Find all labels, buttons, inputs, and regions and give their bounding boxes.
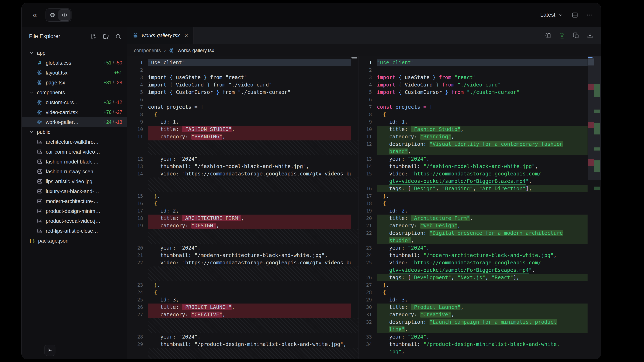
tree-folder-public[interactable]: public xyxy=(22,127,127,137)
split-view-button[interactable] xyxy=(545,32,551,39)
version-selector[interactable]: Latest xyxy=(540,12,563,18)
code-row: 32 description: "Launch campaign for a m… xyxy=(359,318,601,326)
code-line: { xyxy=(377,289,588,296)
code-row: 13 thumbnail: "/fashion-model-black-and-… xyxy=(127,163,358,170)
diff-spacer xyxy=(148,229,358,244)
code-row: 34 thumbnail: "/product-design-minimalis… xyxy=(359,341,601,348)
code-row: 21 category: "Web Design", xyxy=(359,222,601,229)
diff-view-button[interactable] xyxy=(559,32,565,39)
line-number: 28 xyxy=(127,333,148,341)
code-row: 33 year: "2024", xyxy=(359,333,601,341)
code-line: brand", xyxy=(377,148,588,155)
file-label: video-card.tsx xyxy=(46,109,78,115)
breadcrumb-separator-icon: › xyxy=(164,47,166,53)
diff-spacer xyxy=(148,140,358,155)
chevron-down-icon xyxy=(29,90,34,95)
tree-file-works-galler[interactable]: works-galler…+24/-13 xyxy=(22,117,127,127)
code-line: import { CustomCursor } from "./custom-c… xyxy=(377,88,588,96)
code-line: }, xyxy=(148,192,351,200)
tree-file-fashion-runway-scen[interactable]: fashion-runway-scen… xyxy=(31,167,127,176)
file-label: fashion-model-black-… xyxy=(46,159,99,165)
tree-file-package.json[interactable]: { }package.json xyxy=(22,236,127,246)
code-line: year: "2024", xyxy=(377,155,588,163)
tree-file-product-reveal-video.j[interactable]: product-reveal-video.j… xyxy=(31,216,127,226)
collapse-sidebar-button[interactable] xyxy=(44,345,56,356)
code-row: 12 year: "2024", xyxy=(127,155,358,163)
new-folder-button[interactable] xyxy=(103,33,109,39)
collapse-panel-button[interactable]: « xyxy=(29,9,40,21)
diff-overview-ruler[interactable] xyxy=(588,56,601,359)
code-row: 14 thumbnail: "/fashion-model-black-and-… xyxy=(359,163,601,170)
tree-file-luxury-car-black-and-[interactable]: luxury-car-black-and-… xyxy=(31,186,127,196)
code-line: gtv-videos-bucket/sample/ForBiggerEscape… xyxy=(377,267,588,274)
line-number: 18 xyxy=(127,215,148,222)
code-line: line", xyxy=(377,326,588,333)
code-line: }, xyxy=(377,281,588,289)
code-row: gtv-videos-bucket/sample/ForBiggerBlazes… xyxy=(359,177,601,185)
search-files-button[interactable] xyxy=(115,33,121,39)
code-row: 8 { xyxy=(359,111,601,118)
code-line: description: "Launch campaign for a mini… xyxy=(377,318,588,326)
line-number: 23 xyxy=(127,281,148,289)
code-line: studio", xyxy=(377,237,588,244)
download-button[interactable] xyxy=(587,32,593,39)
line-number: 25 xyxy=(359,259,377,267)
tree-file-globals.css[interactable]: #globals.css+51/-50 xyxy=(31,58,127,68)
new-file-button[interactable] xyxy=(90,33,96,39)
code-line: title: "Architecture Firm", xyxy=(377,215,588,222)
ruler-mark-add xyxy=(594,109,600,113)
file-label: architecture-walkthro… xyxy=(46,139,99,145)
code-row: 4import { VideoCard } from "./video-card… xyxy=(127,81,358,88)
tab-close-button[interactable]: × xyxy=(184,32,188,39)
diff-pane-new: 1"use client"23import { useState } from … xyxy=(359,56,601,359)
code-row: 15 }, xyxy=(127,192,358,200)
code-row: 14 video: "https://commondatastorage.goo… xyxy=(127,170,358,177)
file-label: custom-curs… xyxy=(46,99,79,105)
line-number: 16 xyxy=(359,185,377,192)
line-number: 14 xyxy=(127,170,148,177)
tree-file-product-design-minim[interactable]: product-design-minim… xyxy=(31,206,127,216)
file-label: fashion-runway-scen… xyxy=(46,169,98,175)
tree-file-page.tsx[interactable]: page.tsx+81/-28 xyxy=(31,78,127,87)
tree-file-architecture-walkthro[interactable]: architecture-walkthro… xyxy=(31,137,127,147)
tree-file-car-commercial-video[interactable]: car-commercial-video… xyxy=(31,147,127,157)
line-number: 7 xyxy=(359,103,377,111)
tree-folder-app[interactable]: app xyxy=(22,48,127,58)
tab-works-gallery[interactable]: works-gallery.tsx × xyxy=(127,27,194,44)
tree-file-custom-curs[interactable]: custom-curs…+33/-12 xyxy=(31,97,127,107)
line-number: 5 xyxy=(127,88,148,96)
tree-file-fashion-model-black-[interactable]: fashion-model-black-… xyxy=(31,157,127,167)
code-row: 20 title: "Architecture Firm", xyxy=(359,215,601,222)
code-line: import { useState } from "react" xyxy=(377,74,588,81)
code-line: video: "https://commondatastorage.google… xyxy=(148,259,351,267)
tree-file-red-lips-artistic-close[interactable]: red-lips-artistic-close… xyxy=(31,226,127,236)
tree-file-video-card.tsx[interactable]: video-card.tsx+76/-27 xyxy=(31,107,127,117)
code-row: 9 id: 1, xyxy=(359,118,601,126)
line-number: 9 xyxy=(127,118,148,126)
tree-folder-components[interactable]: components xyxy=(22,87,127,97)
code-row: 20 year: "2024", xyxy=(127,244,358,252)
code-line: { xyxy=(148,200,351,207)
line-number xyxy=(359,177,377,185)
tree-file-layout.tsx[interactable]: layout.tsx+51 xyxy=(31,68,127,78)
code-line: id: 2, xyxy=(148,207,351,215)
bottom-panel-button[interactable] xyxy=(572,12,578,18)
line-number: 22 xyxy=(359,229,377,237)
more-options-button[interactable] xyxy=(586,11,593,18)
code-line: }, xyxy=(377,192,588,200)
code-row: 10 title: "FASHION STUDIO", xyxy=(127,126,358,133)
preview-eye-toggle[interactable] xyxy=(46,9,58,20)
tree-file-lips-artistic-video.jpg[interactable]: lips-artistic-video.jpg xyxy=(31,176,127,186)
copy-code-button[interactable] xyxy=(573,32,579,39)
code-row: 31 category: "Creative", xyxy=(359,311,601,318)
line-number: 17 xyxy=(127,207,148,215)
line-number: 12 xyxy=(127,155,148,163)
code-view-toggle[interactable] xyxy=(58,9,70,20)
line-number: 26 xyxy=(359,274,377,281)
tree-file-modern-architecture-[interactable]: modern-architecture-… xyxy=(31,196,127,206)
ruler-mark-cursor xyxy=(588,57,592,58)
file-label: page.tsx xyxy=(46,80,65,86)
left-pane-scrollbar-thumb[interactable] xyxy=(352,57,357,58)
breadcrumb-folder[interactable]: components xyxy=(134,47,161,53)
line-number: 4 xyxy=(127,81,148,88)
